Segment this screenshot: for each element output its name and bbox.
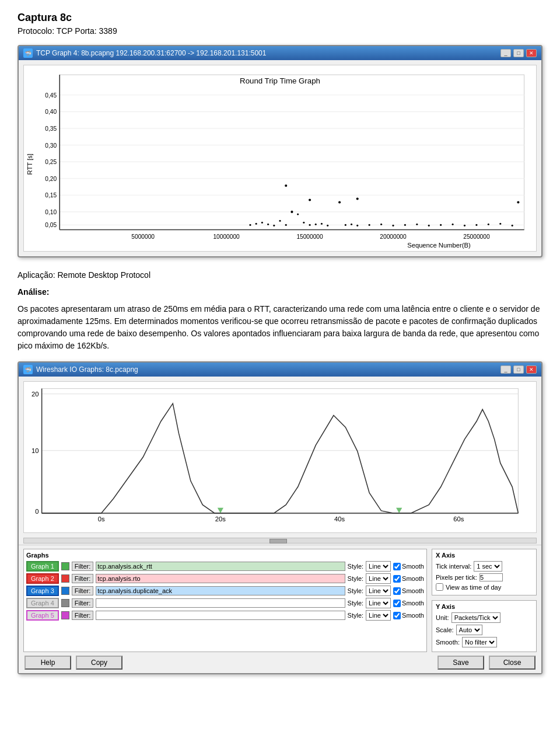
close-btn-1[interactable]: ✕ [526,49,537,57]
svg-point-39 [309,224,311,226]
svg-text:40s: 40s [334,515,345,522]
graph1-smooth-checkbox[interactable] [393,563,401,570]
svg-text:Round Trip Time Graph: Round Trip Time Graph [240,76,320,85]
graph4-filter-input[interactable] [96,598,345,608]
graph1-smooth-check: Smooth [393,563,424,570]
svg-point-56 [440,224,442,226]
graph1-btn[interactable]: Graph 1 [26,561,59,572]
svg-point-55 [428,225,430,227]
svg-rect-64 [42,389,519,514]
graph2-style-label: Style: [348,575,364,582]
help-button[interactable]: Help [24,656,71,670]
text-section: Aplicação: Remote Desktop Protocol Análi… [18,269,542,352]
graph4-btn[interactable]: Graph 4 [26,598,59,608]
unit-label: Unit: [436,614,449,621]
pixels-per-tick-input[interactable] [480,573,503,581]
graph2-style-select[interactable]: Line [366,573,391,584]
svg-text:0,45: 0,45 [45,92,57,99]
svg-text:20000000: 20000000 [380,234,407,240]
svg-point-33 [273,225,275,227]
graph4-color[interactable] [61,599,69,607]
maximize-btn-1[interactable]: □ [513,49,524,57]
scale-select[interactable]: Auto [456,625,482,635]
maximize-btn-2[interactable]: □ [513,365,524,374]
svg-point-38 [303,222,304,224]
horizontal-scrollbar[interactable] [23,538,537,544]
controls-top-row: Graphs Graph 1 Filter: Style: Line Smoot… [23,549,537,652]
graph-row-2: Graph 2 Filter: Style: Line Smooth [26,573,424,584]
svg-text:5000000: 5000000 [131,234,155,240]
graph1-style-select[interactable]: Line [366,561,391,572]
copy-button[interactable]: Copy [76,656,123,670]
svg-text:0s: 0s [98,515,105,522]
svg-point-32 [267,224,269,225]
graph4-filter-btn[interactable]: Filter: [72,598,94,608]
close-btn-2[interactable]: ✕ [526,365,537,374]
graph5-style-select[interactable]: Line [366,610,391,621]
graph2-filter-btn[interactable]: Filter: [72,574,94,583]
graph3-color[interactable] [61,587,69,595]
close-button[interactable]: Close [489,656,536,670]
scale-row: Scale: Auto [436,625,533,635]
graph2-color[interactable] [61,574,69,583]
wireshark-icon-2: 🦈 [23,365,33,374]
view-as-time-label: View as time of day [446,584,501,591]
svg-point-63 [517,201,519,204]
svg-point-35 [285,224,287,226]
xaxis-panel: X Axis Tick interval: 1 sec Pixels per t… [432,549,537,595]
graph3-style-label: Style: [348,587,364,594]
svg-rect-0 [60,75,524,229]
tcp-graph-area: Round Trip Time Graph RTT [s] 0,45 0,40 … [23,65,537,252]
graph3-smooth-checkbox[interactable] [393,587,401,595]
graph4-smooth-check: Smooth [393,600,424,607]
tick-interval-select[interactable]: 1 sec [474,561,502,572]
graph3-filter-btn[interactable]: Filter: [72,586,94,595]
page-title: Captura 8c [18,12,542,24]
pixels-per-tick-row: Pixels per tick: [436,573,533,581]
graph2-btn[interactable]: Graph 2 [26,573,59,584]
graph-row-1: Graph 1 Filter: Style: Line Smooth [26,561,424,572]
io-graph-titlebar: 🦈 Wireshark IO Graphs: 8c.pcapng _ □ ✕ [19,363,541,377]
graph3-filter-input[interactable] [96,586,345,595]
tcp-graph-svg: Round Trip Time Graph RTT [s] 0,45 0,40 … [24,65,536,251]
unit-row: Unit: Packets/Tick [436,612,533,623]
bottom-buttons: Help Copy Save Close [23,656,537,670]
svg-text:RTT [s]: RTT [s] [26,154,33,175]
unit-select[interactable]: Packets/Tick [452,612,501,623]
svg-text:0: 0 [35,508,38,515]
graph2-filter-input[interactable] [96,574,345,583]
svg-text:20: 20 [32,391,38,398]
graph5-btn[interactable]: Graph 5 [26,610,59,621]
pixels-per-tick-label: Pixels per tick: [436,574,477,581]
save-button[interactable]: Save [438,656,484,670]
view-as-time-checkbox[interactable] [436,583,443,591]
graph2-smooth-checkbox[interactable] [393,575,401,583]
graph4-style-select[interactable]: Line [366,598,391,608]
smooth-select[interactable]: No filter [462,637,497,647]
xaxis-title: X Axis [436,552,533,559]
graph5-smooth-checkbox[interactable] [393,612,401,619]
smooth-row: Smooth: No filter [436,637,533,647]
graph5-filter-btn[interactable]: Filter: [72,611,94,620]
graph-row-4: Graph 4 Filter: Style: Line Smooth [26,598,424,608]
graph1-filter-input[interactable] [96,562,345,571]
graph1-color[interactable] [61,562,69,570]
minimize-btn-2[interactable]: _ [501,365,511,374]
window2-controls: _ □ ✕ [501,365,537,374]
svg-text:0,40: 0,40 [45,109,57,115]
graph5-color[interactable] [61,611,69,619]
svg-text:0,30: 0,30 [45,142,57,149]
svg-point-43 [285,184,287,187]
graph3-style-select[interactable]: Line [366,586,391,596]
graph5-smooth-label: Smooth [402,612,424,619]
svg-text:20s: 20s [215,515,226,522]
svg-text:0,25: 0,25 [45,159,57,165]
scrollbar-thumb[interactable] [270,539,287,544]
svg-point-46 [356,197,359,200]
graph3-btn[interactable]: Graph 3 [26,586,59,596]
minimize-btn-1[interactable]: _ [501,49,511,57]
graph1-filter-btn[interactable]: Filter: [72,562,94,571]
svg-point-31 [261,222,263,224]
graph4-smooth-checkbox[interactable] [393,600,401,607]
graph5-filter-input[interactable] [96,611,345,620]
